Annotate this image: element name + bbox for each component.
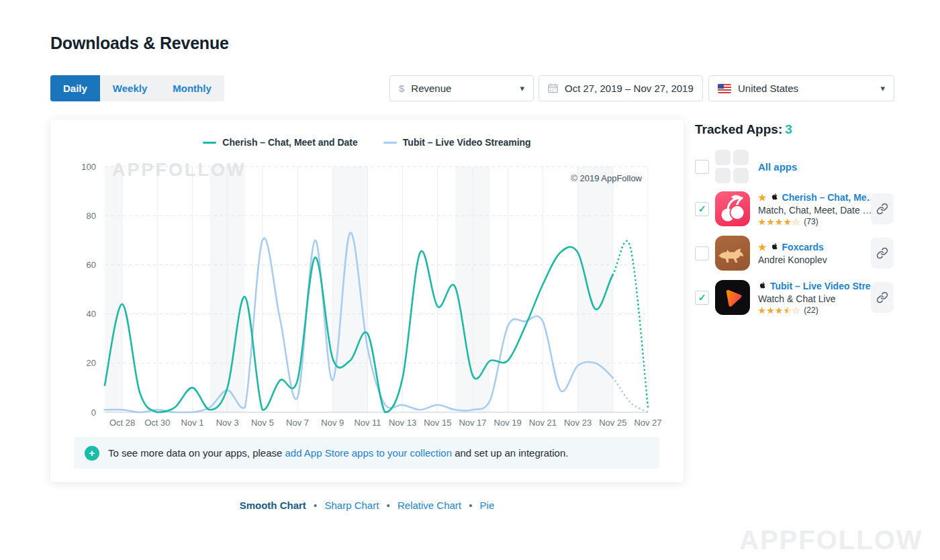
metric-select-value: Revenue (411, 83, 451, 94)
legend-item-tubit[interactable]: Tubit – Live Video Streaming (383, 137, 531, 148)
svg-text:Nov 19: Nov 19 (494, 418, 522, 428)
svg-text:Nov 13: Nov 13 (389, 418, 416, 428)
svg-text:Oct 28: Oct 28 (109, 418, 135, 428)
svg-text:Nov 27: Nov 27 (634, 418, 661, 428)
chart-legend: Cherish – Chat, Meet and Date Tubit – Li… (50, 137, 684, 148)
star-rating-icon: ☆☆☆☆☆★★★★★ (758, 306, 800, 315)
svg-text:Nov 1: Nov 1 (181, 418, 204, 428)
app-checkbox[interactable] (695, 246, 709, 261)
chevron-down-icon: ▾ (520, 83, 524, 93)
link-sharp-chart[interactable]: Sharp Chart (324, 500, 379, 511)
app-store-link-button[interactable] (871, 193, 894, 224)
app-row-foxcards: ★ Foxcards Andrei Konoplev (695, 232, 894, 274)
bullet-separator: • (469, 500, 472, 511)
svg-text:Nov 11: Nov 11 (354, 418, 381, 428)
integration-banner: + To see more data on your apps, please … (74, 437, 659, 469)
svg-text:Nov 9: Nov 9 (321, 418, 344, 428)
tracked-apps-heading: Tracked Apps:3 (695, 122, 894, 137)
legend-swatch (383, 142, 397, 144)
period-tabs: Daily Weekly Monthly (50, 75, 224, 101)
app-subtitle: Andrei Konoplev (758, 254, 871, 265)
legend-swatch (203, 142, 216, 144)
apple-icon (758, 280, 767, 292)
app-row-tubit: Tubit – Live Video Stre… Watch & Chat Li… (695, 277, 894, 318)
app-checkbox[interactable] (695, 202, 709, 216)
svg-text:Nov 15: Nov 15 (424, 418, 451, 428)
app-rating: ☆☆☆☆☆★★★★★ (22) (758, 306, 871, 315)
svg-text:20: 20 (87, 358, 96, 368)
svg-text:Nov 25: Nov 25 (599, 418, 626, 428)
app-rating: ☆☆☆☆☆★★★★★ (73) (758, 217, 871, 226)
chevron-down-icon: ▾ (880, 83, 885, 93)
tab-weekly[interactable]: Weekly (100, 75, 160, 101)
cherish-app-icon (715, 191, 750, 226)
app-checkbox[interactable] (695, 291, 709, 305)
svg-text:Nov 5: Nov 5 (251, 418, 274, 428)
rating-count: (73) (804, 217, 818, 226)
link-smooth-chart[interactable]: Smooth Chart (240, 500, 306, 511)
star-rating-icon: ☆☆☆☆☆★★★★★ (758, 218, 800, 226)
tracked-apps-panel: Tracked Apps:3 All apps ★ Cherish – Chat… (695, 122, 894, 318)
foxcards-app-icon (715, 236, 750, 271)
svg-text:Nov 21: Nov 21 (529, 418, 557, 428)
all-apps-grid-icon (715, 150, 749, 183)
apple-icon (770, 191, 779, 203)
apple-icon (770, 241, 779, 253)
app-name-link[interactable]: Tubit – Live Video Stre… (770, 281, 880, 291)
legend-item-cherish[interactable]: Cherish – Chat, Meet and Date (203, 137, 358, 148)
tubit-app-icon (715, 280, 750, 315)
country-select-value: United States (738, 83, 798, 94)
plus-icon: + (85, 446, 99, 461)
all-apps-link[interactable]: All apps (758, 161, 797, 173)
svg-text:Nov 17: Nov 17 (459, 418, 486, 428)
app-name-link[interactable]: Foxcards (782, 242, 824, 252)
chart-card: 020406080100Oct 28Oct 30Nov 1Nov 3Nov 5N… (50, 120, 684, 482)
app-info: ★ Foxcards Andrei Konoplev (758, 241, 871, 265)
app-store-link-button[interactable] (871, 282, 894, 313)
bullet-separator: • (314, 500, 317, 511)
date-range-picker[interactable]: Oct 27, 2019 – Nov 27, 2019 (538, 75, 703, 101)
link-relative-chart[interactable]: Relative Chart (397, 500, 461, 511)
svg-text:Nov 3: Nov 3 (216, 418, 239, 428)
rating-count: (22) (804, 306, 818, 315)
legend-label: Tubit – Live Video Streaming (403, 137, 531, 148)
metric-select[interactable]: $ Revenue ▾ (389, 75, 534, 101)
bullet-separator: • (387, 500, 390, 511)
country-select[interactable]: United States ▾ (708, 75, 894, 101)
chart-watermark: APPFOLLOW (112, 160, 246, 181)
svg-text:Nov 7: Nov 7 (286, 418, 309, 428)
us-flag-icon (718, 84, 731, 93)
app-info: ★ Cherish – Chat, Me… Match, Chat, Meet,… (758, 191, 871, 226)
tab-daily[interactable]: Daily (50, 75, 100, 101)
tab-monthly[interactable]: Monthly (160, 75, 224, 101)
chart-type-links: Smooth Chart • Sharp Chart • Relative Ch… (50, 500, 684, 511)
svg-text:40: 40 (87, 309, 96, 319)
page-watermark: APPFOLLOW (739, 525, 923, 555)
app-subtitle: Match, Chat, Meet, Date … (758, 205, 871, 216)
featured-star-icon: ★ (758, 242, 767, 252)
app-subtitle: Watch & Chat Live (758, 293, 871, 304)
chart-copyright: © 2019 AppFollow (571, 173, 642, 183)
banner-text: To see more data on your apps, please ad… (108, 447, 568, 459)
date-range-value: Oct 27, 2019 – Nov 27, 2019 (565, 83, 694, 94)
svg-text:0: 0 (91, 408, 96, 418)
featured-star-icon: ★ (758, 193, 767, 202)
all-apps-checkbox[interactable] (695, 160, 709, 174)
app-name-link[interactable]: Cherish – Chat, Me… (782, 192, 876, 203)
app-info: Tubit – Live Video Stre… Watch & Chat Li… (758, 280, 871, 315)
appfollow-dashboard: Downloads & Revenue Daily Weekly Monthly… (0, 0, 940, 560)
calendar-icon (548, 83, 558, 93)
svg-text:60: 60 (87, 260, 96, 270)
svg-text:Oct 30: Oct 30 (144, 418, 170, 428)
dollar-icon: $ (399, 83, 404, 94)
add-apps-link[interactable]: add App Store apps to your collection (285, 447, 453, 459)
tracked-apps-count: 3 (785, 122, 792, 136)
legend-label: Cherish – Chat, Meet and Date (222, 137, 358, 148)
svg-text:100: 100 (81, 162, 96, 172)
svg-text:80: 80 (87, 211, 96, 221)
app-store-link-button[interactable] (871, 238, 894, 269)
app-row-cherish: ★ Cherish – Chat, Me… Match, Chat, Meet,… (695, 188, 894, 230)
link-pie-chart[interactable]: Pie (480, 500, 495, 511)
svg-text:Nov 23: Nov 23 (564, 418, 592, 428)
all-apps-row: All apps (695, 148, 894, 185)
